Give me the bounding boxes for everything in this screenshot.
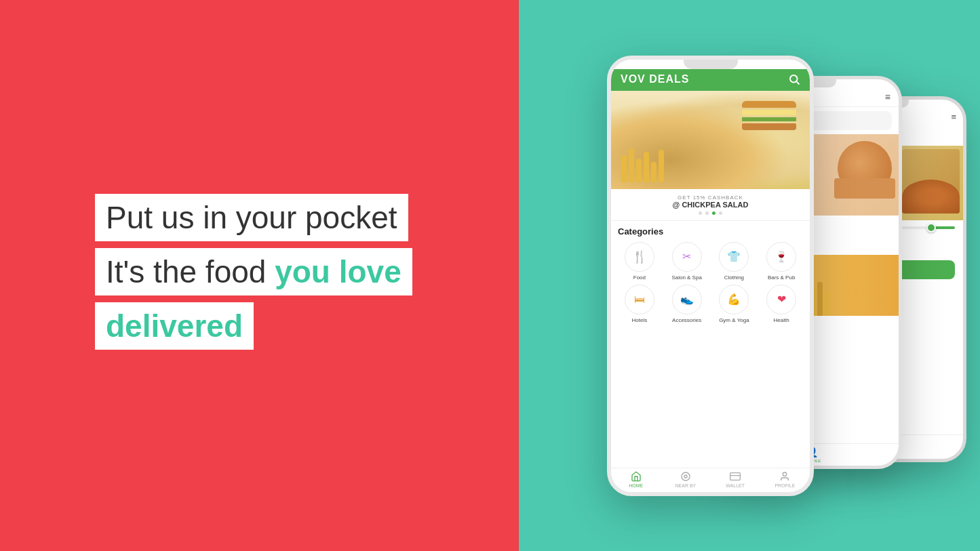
phone-main: VOV DEALS xyxy=(607,56,814,496)
bars-icon-circle: 🍷 xyxy=(766,242,796,272)
accessories-label: Accessories xyxy=(672,317,701,323)
category-bars[interactable]: 🍷 Bars & Pub xyxy=(760,242,803,281)
category-food[interactable]: 🍴 Food xyxy=(618,242,661,281)
bars-label: Bars & Pub xyxy=(768,274,795,281)
category-gym[interactable]: 💪 Gym & Yoga xyxy=(713,285,756,323)
cashback-label: GET 15% CASHBACK xyxy=(616,195,804,201)
health-icon: ❤ xyxy=(777,293,786,306)
bars-icon: 🍷 xyxy=(775,250,788,263)
slider-fill xyxy=(935,226,955,229)
sandwich-bottom-bun xyxy=(742,123,796,130)
salon-icon-circle: ✂ xyxy=(672,242,702,272)
sandwich-visual xyxy=(742,101,796,148)
tagline-text-2a: It's the food xyxy=(106,254,275,289)
clothing-icon: 👕 xyxy=(727,250,741,263)
fry-4 xyxy=(644,152,649,182)
wallet-icon xyxy=(730,471,741,482)
dot-4[interactable] xyxy=(719,211,722,215)
category-salon[interactable]: ✂ Salon & Spa xyxy=(665,242,709,281)
nav-profile-label: PROFILE xyxy=(775,483,795,488)
tagline-block: Put us in your pocket It's the food you … xyxy=(95,194,424,350)
tagline-text-1: Put us in your pocket xyxy=(106,200,397,235)
sandwich-fill-1 xyxy=(742,110,796,115)
dot-3[interactable] xyxy=(712,211,716,215)
svg-rect-4 xyxy=(730,472,741,480)
gym-icon: 💪 xyxy=(727,293,741,306)
gym-label: Gym & Yoga xyxy=(719,317,749,323)
category-clothing[interactable]: 👕 Clothing xyxy=(713,242,756,281)
svg-point-2 xyxy=(684,475,687,478)
svg-point-0 xyxy=(790,75,798,83)
gym-icon-circle: 💪 xyxy=(719,285,749,314)
burger-container xyxy=(834,138,895,199)
right-panel: ≡ shop! 20% - 80% ADAPALANI xyxy=(519,0,980,551)
category-accessories[interactable]: 👟 Accessories xyxy=(665,285,709,323)
nav-nearby[interactable]: NEAR BY xyxy=(661,471,710,488)
tagline-line3: delivered xyxy=(95,302,254,350)
home-icon xyxy=(631,471,642,482)
price-slider[interactable] xyxy=(901,226,955,229)
sandwich-top-bun xyxy=(742,101,796,108)
categories-section: Categories 🍴 Food ✂ xyxy=(611,221,810,468)
hotels-label: Hotels xyxy=(632,317,648,323)
nav-wallet[interactable]: WALLET xyxy=(711,471,760,488)
fry-2 xyxy=(629,148,634,182)
left-panel: Put us in your pocket It's the food you … xyxy=(0,0,519,551)
phone-main-notch xyxy=(684,60,738,69)
tagline-line2: It's the food you love xyxy=(95,248,412,295)
sandwich-lettuce xyxy=(742,117,796,121)
phone-main-content: VOV DEALS xyxy=(611,60,810,492)
hotels-icon-circle: 🛏 xyxy=(625,285,654,314)
fry-6 xyxy=(659,150,664,182)
phones-container: ≡ shop! 20% - 80% ADAPALANI xyxy=(553,35,946,530)
profile-icon xyxy=(779,471,790,482)
food-label: Food xyxy=(633,274,646,281)
nav-home[interactable]: HOME xyxy=(611,471,661,488)
category-hotels[interactable]: 🛏 Hotels xyxy=(618,285,661,323)
fries-visual xyxy=(621,148,664,182)
carousel-dots xyxy=(616,211,804,215)
fry-m4 xyxy=(817,282,823,316)
health-label: Health xyxy=(774,317,789,323)
nav-nearby-label: NEAR BY xyxy=(675,483,697,488)
nav-home-label: HOME xyxy=(629,483,643,488)
hero-food-visual xyxy=(611,91,810,189)
accessories-icon: 👟 xyxy=(680,293,694,306)
dot-2[interactable] xyxy=(705,211,709,215)
categories-title: Categories xyxy=(618,226,803,237)
bottom-nav: HOME NEAR BY WALLET xyxy=(611,468,810,492)
svg-line-1 xyxy=(796,81,799,84)
app-title: VOV DEALS xyxy=(621,73,689,85)
tagline-line1: Put us in your pocket xyxy=(95,194,408,241)
slider-thumb xyxy=(926,223,936,232)
hero-image xyxy=(611,91,810,189)
svg-point-3 xyxy=(682,472,690,481)
clothing-icon-circle: 👕 xyxy=(719,242,749,272)
back-food-visual xyxy=(902,149,960,213)
nav-profile[interactable]: PROFILE xyxy=(760,471,810,488)
svg-point-6 xyxy=(783,472,787,476)
search-icon[interactable] xyxy=(788,73,800,85)
accessories-icon-circle: 👟 xyxy=(672,285,702,314)
hotels-icon: 🛏 xyxy=(634,293,645,306)
fry-1 xyxy=(621,155,627,182)
category-health[interactable]: ❤ Health xyxy=(760,285,803,323)
clothing-label: Clothing xyxy=(724,274,744,281)
fry-3 xyxy=(636,159,642,182)
cashback-section: GET 15% CASHBACK @ CHICKPEA SALAD xyxy=(611,189,810,221)
bun-bottom xyxy=(834,178,895,199)
filter-icon-back: ≡ xyxy=(951,112,956,122)
nav-wallet-label: WALLET xyxy=(726,483,745,488)
salon-label: Salon & Spa xyxy=(671,274,701,281)
food-icon: 🍴 xyxy=(632,249,647,264)
fry-m5 xyxy=(825,292,830,316)
health-icon-circle: ❤ xyxy=(766,285,796,314)
tagline-text-2b: you love xyxy=(275,254,401,289)
dot-1[interactable] xyxy=(699,211,702,215)
cashback-title: @ CHICKPEA SALAD xyxy=(616,201,804,209)
app-header: VOV DEALS xyxy=(611,69,810,91)
categories-grid: 🍴 Food ✂ Salon & Spa 👕 xyxy=(618,242,803,323)
food-icon-circle: 🍴 xyxy=(625,242,654,272)
salon-icon: ✂ xyxy=(682,250,691,263)
filter-icon-mid[interactable]: ≡ xyxy=(885,91,890,102)
